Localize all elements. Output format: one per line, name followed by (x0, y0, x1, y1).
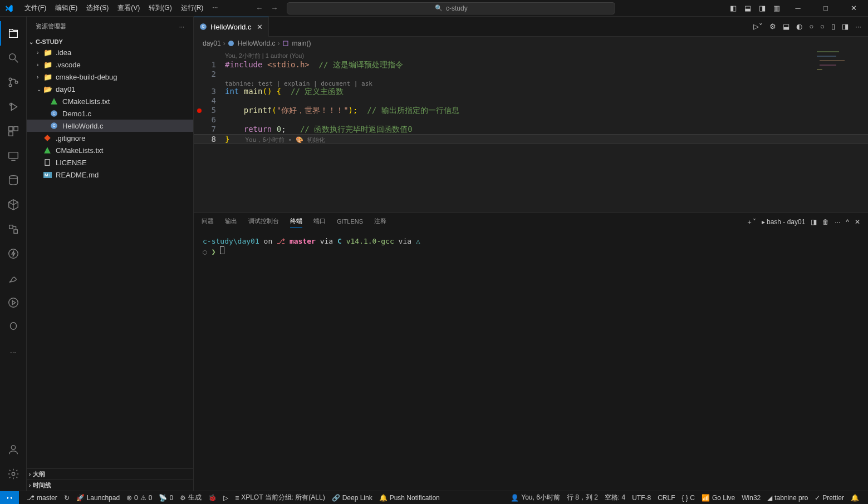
menu-edit[interactable]: 编辑(E) (51, 1, 82, 15)
status-prettier[interactable]: ✓Prettier (811, 491, 847, 505)
status-xplot[interactable]: ≡XPLOT 当前分组: 所有(ALL) (232, 491, 328, 505)
window-maximize-icon[interactable]: □ (816, 1, 836, 16)
tab-helloworld[interactable]: C HelloWorld.c ✕ (194, 17, 269, 37)
folder-idea[interactable]: ›📁.idea (27, 46, 193, 58)
circle2-icon[interactable]: ○ (820, 22, 825, 31)
activity-settings-icon[interactable] (0, 462, 27, 486)
status-launchpad[interactable]: 🚀Launchpad (73, 491, 123, 505)
breadcrumb[interactable]: day01 › HelloWorld.c › main() (194, 37, 868, 50)
status-indent[interactable]: 空格: 4 (601, 491, 629, 505)
file-license[interactable]: LICENSE (27, 156, 193, 169)
panel-tab-debug[interactable]: 调试控制台 (248, 217, 279, 227)
status-push[interactable]: 🔔Push Notification (376, 491, 443, 505)
status-build[interactable]: ⚙生成 (176, 491, 205, 505)
layout-sidebar-right-icon[interactable]: ◨ (759, 4, 766, 12)
file-demo1[interactable]: CDemo1.c (27, 107, 193, 120)
menu-run[interactable]: 运行(R) (176, 1, 208, 15)
run-dropdown-icon[interactable]: ▷˅ (753, 22, 763, 31)
activity-scm-icon[interactable] (0, 70, 27, 95)
status-deeplink[interactable]: 🔗Deep Link (328, 491, 376, 505)
status-golive[interactable]: 📶Go Live (698, 491, 738, 505)
status-tabnine[interactable]: ◢tabnine pro (764, 491, 811, 505)
panel-tab-comments[interactable]: 注释 (374, 217, 386, 227)
panel-more-icon[interactable]: ··· (835, 218, 840, 226)
split-icon[interactable]: ⬓ (783, 22, 789, 31)
terminal-shell-label[interactable]: ▸ bash - day01 (762, 218, 806, 226)
activity-more-icon[interactable]: ··· (0, 339, 27, 364)
circle-icon[interactable]: ○ (809, 22, 813, 31)
bc-file[interactable]: HelloWorld.c (238, 39, 276, 47)
layout-customize-icon[interactable]: ▥ (773, 4, 780, 12)
menu-select[interactable]: 选择(S) (82, 1, 113, 15)
file-gitignore[interactable]: .gitignore (27, 132, 193, 144)
panel-tab-ports[interactable]: 端口 (313, 217, 326, 227)
nav-forward-icon[interactable]: → (271, 4, 278, 12)
activity-search-icon[interactable] (0, 46, 27, 70)
menu-goto[interactable]: 转到(G) (144, 1, 176, 15)
status-language[interactable]: { } C (679, 491, 698, 505)
activity-run-circle-icon[interactable] (0, 290, 27, 315)
activity-db-icon[interactable] (0, 168, 27, 192)
panel-tab-terminal[interactable]: 终端 (290, 217, 302, 228)
code-editor[interactable]: You, 2小时前 | 1 author (You) 1#include <st… (194, 50, 868, 213)
menu-more[interactable]: ··· (208, 1, 222, 15)
activity-project-icon[interactable] (0, 217, 27, 241)
layout-panel-icon[interactable]: ⬓ (744, 4, 751, 12)
status-platform[interactable]: Win32 (738, 491, 764, 505)
folder-day01[interactable]: ⌄📂day01 (27, 83, 193, 95)
minimap[interactable] (817, 50, 861, 89)
layout-sidebar-left-icon[interactable]: ◧ (730, 4, 737, 12)
activity-ai-icon[interactable] (0, 315, 27, 339)
folder-cmake-build[interactable]: ›📁cmake-build-debug (27, 71, 193, 83)
status-branch[interactable]: ⎇master (23, 491, 61, 505)
status-cursor-pos[interactable]: 行 8，列 2 (563, 491, 601, 505)
status-problems[interactable]: ⊗0 ⚠0 (123, 491, 155, 505)
status-run-target[interactable]: ▷ (220, 491, 232, 505)
menu-view[interactable]: 查看(V) (113, 1, 144, 15)
terminal[interactable]: c-study\day01 on ⎇ master via C v14.1.0-… (194, 231, 868, 491)
panel-tab-gitlens[interactable]: GITLENS (337, 218, 363, 226)
split-editor-icon[interactable]: ◨ (842, 22, 849, 31)
status-notifications-icon[interactable]: 🔔 (847, 491, 862, 505)
bc-folder[interactable]: day01 (203, 39, 221, 47)
breakpoint-icon[interactable] (197, 108, 202, 113)
status-sync[interactable]: ↻ (61, 491, 73, 505)
folder-vscode[interactable]: ›📁.vscode (27, 58, 193, 71)
gear-icon[interactable]: ⚙ (769, 22, 776, 31)
command-center[interactable]: 🔍 c-study (287, 2, 615, 14)
panel-tab-problems[interactable]: 问题 (202, 217, 214, 227)
window-close-icon[interactable]: ✕ (844, 1, 864, 16)
activity-remote-icon[interactable] (0, 144, 27, 168)
file-cmakelists-root[interactable]: CMakeLists.txt (27, 144, 193, 156)
file-helloworld[interactable]: CHelloWorld.c (27, 120, 193, 132)
status-ports[interactable]: 📡0 (155, 491, 176, 505)
status-blame[interactable]: 👤You, 6小时前 (507, 491, 563, 505)
panel-maximize-icon[interactable]: ^ (846, 218, 849, 226)
tab-close-icon[interactable]: ✕ (257, 23, 263, 31)
panel-close-icon[interactable]: ✕ (855, 218, 860, 226)
outline-section[interactable]: ›大纲 (27, 468, 193, 480)
split-terminal-icon[interactable]: ◨ (811, 218, 817, 226)
more-icon[interactable]: ··· (855, 22, 861, 31)
status-debug-target[interactable]: 🐞 (205, 491, 220, 505)
book-icon[interactable]: ▯ (831, 22, 835, 31)
menu-file[interactable]: 文件(F) (20, 1, 51, 15)
new-terminal-icon[interactable]: ＋˅ (746, 218, 756, 227)
activity-account-icon[interactable] (0, 437, 27, 462)
diff-icon[interactable]: ◐ (796, 22, 802, 31)
timeline-section[interactable]: ›时间线 (27, 480, 193, 491)
bc-symbol[interactable]: main() (292, 39, 311, 47)
file-cmakelists[interactable]: CMakeLists.txt (27, 95, 193, 107)
activity-thunder-icon[interactable] (0, 241, 27, 266)
project-section-header[interactable]: ⌄ C-STUDY (27, 37, 193, 46)
codelens[interactable]: tabnine: test | explain | document | ask (194, 79, 868, 87)
activity-cube-icon[interactable] (0, 192, 27, 217)
window-minimize-icon[interactable]: ─ (788, 1, 808, 16)
panel-tab-output[interactable]: 输出 (225, 217, 237, 227)
status-encoding[interactable]: UTF-8 (629, 491, 654, 505)
file-readme[interactable]: M↓README.md (27, 169, 193, 181)
kill-terminal-icon[interactable]: 🗑 (822, 218, 829, 226)
nav-back-icon[interactable]: ← (256, 4, 263, 12)
activity-extensions-icon[interactable] (0, 119, 27, 144)
activity-draw-icon[interactable] (0, 266, 27, 290)
